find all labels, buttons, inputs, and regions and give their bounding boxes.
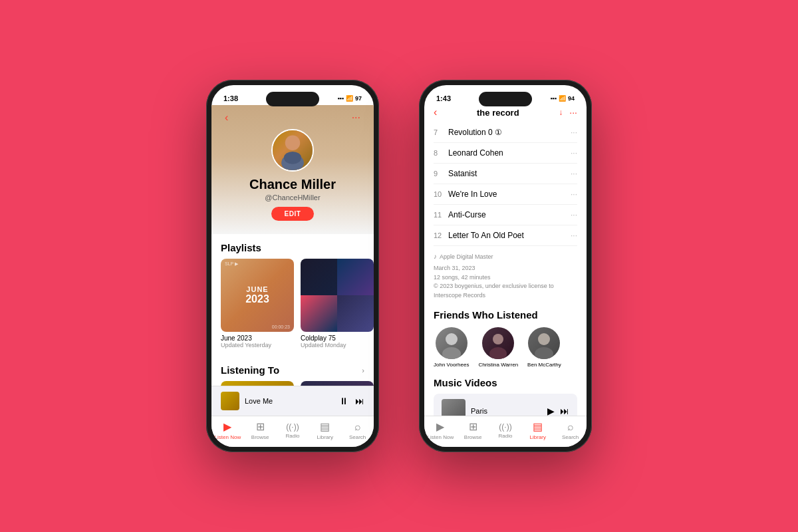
search-icon-1: ⌕ <box>354 421 361 433</box>
np-thumb <box>221 392 239 410</box>
svg-point-3 <box>446 333 458 345</box>
mv-bar[interactable]: Paris ▶ ⏭ <box>434 394 577 416</box>
profile-header: ‹ ··· Chance Miller @ChanceHMiller EDIT <box>211 105 374 234</box>
friends-section: Friends Who Listened John Voorhees <box>424 309 587 377</box>
friend-christina[interactable]: Christina Warren <box>478 327 518 368</box>
tab-browse-1[interactable]: ⊞ Browse <box>245 420 275 440</box>
svg-point-5 <box>493 334 503 344</box>
lc-text-2: LET SOMEBODY GO <box>305 385 370 386</box>
tab-library-2[interactable]: ▤ Library <box>523 420 553 440</box>
browse-label-2: Browse <box>464 434 482 440</box>
table-row[interactable]: 10 We're In Love ··· <box>434 184 577 205</box>
track-more-7[interactable]: ··· <box>571 128 577 137</box>
phone-1: 1:38 ▪▪▪ 📶 97 ‹ ··· <box>206 80 379 452</box>
table-row[interactable]: 8 Leonard Cohen ··· <box>434 143 577 164</box>
more-button-2[interactable]: ··· <box>569 107 577 118</box>
june-year: 2023 <box>245 293 269 305</box>
np-controls: ⏸ ⏭ <box>339 396 364 406</box>
june-time: 00:00:23 <box>272 325 290 329</box>
track-more-8[interactable]: ··· <box>571 148 577 158</box>
apple-digital-master-icon: ♪ <box>434 253 437 260</box>
svg-point-2 <box>284 152 301 164</box>
track-number-9: 9 <box>434 170 443 178</box>
listening-card-love[interactable]: LOVE ME Love Me <box>221 381 294 386</box>
avatar-svg <box>273 130 313 170</box>
phone-2: 1:43 ▪▪▪ 📶 94 ‹ the record ↓ ··· <box>419 80 592 452</box>
mv-track-name: Paris <box>471 407 547 415</box>
tab-listen-now-1[interactable]: ▶ Listen Now <box>213 420 242 440</box>
tab-radio-1[interactable]: ((·)) Radio <box>278 422 307 439</box>
phone-2-content[interactable]: 7 Revolution 0 ① ··· 8 Leonard Cohen ···… <box>424 122 587 416</box>
coldplay-label: Coldplay 75 <box>301 334 374 342</box>
radio-label-1: Radio <box>286 433 300 439</box>
status-time-2: 1:43 <box>436 94 451 102</box>
track-name-8: Leonard Cohen <box>448 148 565 158</box>
track-more-10[interactable]: ··· <box>571 190 577 199</box>
tab-bar-1: ▶ Listen Now ⊞ Browse ((·)) Radio ▤ Libr… <box>211 416 374 447</box>
tab-listen-now-2[interactable]: ▶ Listen Now <box>426 420 455 440</box>
edit-button[interactable]: EDIT <box>271 207 315 221</box>
listening-scroll[interactable]: LOVE ME Love Me LET SOMEBODY GO Let Some… <box>211 381 374 386</box>
radio-icon-1: ((·)) <box>286 422 299 432</box>
track-more-9[interactable]: ··· <box>571 169 577 178</box>
now-playing-bar[interactable]: Love Me ⏸ ⏭ <box>211 386 374 416</box>
library-label-2: Library <box>530 434 546 440</box>
cp-cell-4 <box>337 295 374 332</box>
track-more-12[interactable]: ··· <box>571 231 577 240</box>
radio-icon-2: ((·)) <box>499 422 511 432</box>
dynamic-island-1 <box>266 92 319 106</box>
wifi-icon-1: 📶 <box>346 95 353 102</box>
battery-2: 94 <box>568 95 575 102</box>
track-number-10: 10 <box>434 190 443 198</box>
playlist-item-coldplay[interactable]: Coldplay 75 Updated Monday <box>301 259 374 348</box>
coldplay-thumb <box>301 259 374 332</box>
album-meta: ♪ Apple Digital Master March 31, 2023 12… <box>424 246 587 309</box>
listen-now-icon-1: ▶ <box>223 420 231 433</box>
track-name-10: We're In Love <box>448 190 565 199</box>
playlist-item-june[interactable]: SLP ▶ JUNE 2023 00:00:23 June 2023 Updat… <box>221 259 294 348</box>
back-button-2[interactable]: ‹ <box>434 106 437 118</box>
cp-cell-1 <box>301 259 337 295</box>
playlists-title: Playlists <box>211 234 374 259</box>
playlist-scroll[interactable]: SLP ▶ JUNE 2023 00:00:23 June 2023 Updat… <box>211 259 374 356</box>
tab-library-1[interactable]: ▤ Library <box>311 420 340 440</box>
skip-button[interactable]: ⏭ <box>355 396 364 406</box>
more-button-1[interactable]: ··· <box>352 112 360 124</box>
friend-avatar-john <box>436 327 467 359</box>
user-name: Chance Miller <box>249 177 336 192</box>
june-label: June 2023 <box>221 334 294 342</box>
table-row[interactable]: 7 Revolution 0 ① ··· <box>434 122 577 143</box>
cp-cell-2 <box>337 259 374 295</box>
table-row[interactable]: 12 Letter To An Old Poet ··· <box>434 225 577 246</box>
library-icon-1: ▤ <box>320 420 330 433</box>
browse-icon-2: ⊞ <box>469 420 477 433</box>
status-time-1: 1:38 <box>223 94 238 102</box>
mv-thumb <box>442 399 466 416</box>
np-track: Love Me <box>245 397 339 405</box>
tab-search-1[interactable]: ⌕ Search <box>343 421 372 440</box>
coldplay-sub: Updated Monday <box>301 342 374 348</box>
play-pause-button[interactable]: ⏸ <box>339 396 348 406</box>
track-name-12: Letter To An Old Poet <box>448 231 565 240</box>
mv-skip-button[interactable]: ⏭ <box>560 406 569 416</box>
listening-more[interactable]: › <box>362 366 364 374</box>
meta-badge: ♪ Apple Digital Master <box>434 253 577 260</box>
track-number-8: 8 <box>434 149 443 157</box>
back-button-1[interactable]: ‹ <box>225 112 228 124</box>
track-more-11[interactable]: ··· <box>571 210 577 219</box>
mv-play-button[interactable]: ▶ <box>547 406 555 416</box>
table-row[interactable]: 9 Satanist ··· <box>434 164 577 184</box>
phone-1-content[interactable]: ‹ ··· Chance Miller @ChanceHMiller EDIT <box>211 105 374 386</box>
tab-radio-2[interactable]: ((·)) Radio <box>491 422 520 439</box>
download-button-2[interactable]: ↓ <box>559 108 563 117</box>
friend-ben[interactable]: Ben McCarthy <box>527 327 561 368</box>
nav-title-2: the record <box>477 108 519 118</box>
table-row[interactable]: 11 Anti-Curse ··· <box>434 205 577 225</box>
album-date: March 31, 2023 12 songs, 42 minutes © 20… <box>434 264 577 300</box>
cp-cell-3 <box>301 295 337 332</box>
tab-search-2[interactable]: ⌕ Search <box>556 421 585 440</box>
tab-browse-2[interactable]: ⊞ Browse <box>458 420 487 440</box>
tab-bar-2: ▶ Listen Now ⊞ Browse ((·)) Radio ▤ Libr… <box>424 416 587 447</box>
listening-card-let[interactable]: LET SOMEBODY GO Let Somebody Go <box>301 381 374 386</box>
friend-john[interactable]: John Voorhees <box>434 327 469 368</box>
